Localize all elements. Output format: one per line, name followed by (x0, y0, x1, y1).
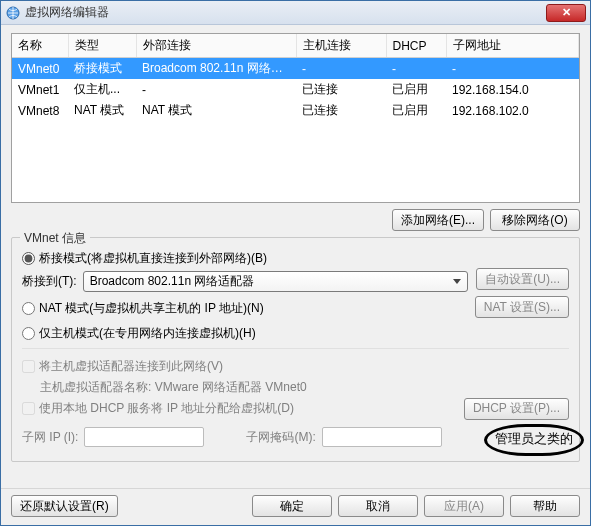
radio-hostonly[interactable]: 仅主机模式(在专用网络内连接虚拟机)(H) (22, 325, 256, 342)
bridge-to-label: 桥接到(T): (22, 273, 77, 290)
table-row[interactable]: VMnet0桥接模式Broadcom 802.11n 网络适...--- (12, 58, 579, 80)
window: 虚拟网络编辑器 ✕ 名称类型外部连接主机连接DHCP子网地址 VMnet0桥接模… (0, 0, 591, 526)
chevron-down-icon (453, 279, 461, 284)
apply-button[interactable]: 应用(A) (424, 495, 504, 517)
col-header[interactable]: 类型 (68, 34, 136, 58)
host-adapter-name: 主机虚拟适配器名称: VMware 网络适配器 VMnet0 (40, 379, 569, 396)
add-network-button[interactable]: 添加网络(E)... (392, 209, 484, 231)
radio-bridge[interactable]: 桥接模式(将虚拟机直接连接到外部网络)(B) (22, 250, 267, 267)
col-header[interactable]: DHCP (386, 34, 446, 58)
content: 名称类型外部连接主机连接DHCP子网地址 VMnet0桥接模式Broadcom … (1, 25, 590, 488)
subnet-mask-label: 子网掩码(M): (246, 429, 315, 446)
group-title: VMnet 信息 (20, 230, 90, 247)
remove-network-button[interactable]: 移除网络(O) (490, 209, 580, 231)
radio-nat[interactable]: NAT 模式(与虚拟机共享主机的 IP 地址)(N) (22, 300, 264, 317)
dhcp-settings-button[interactable]: DHCP 设置(P)... (464, 398, 569, 420)
help-button[interactable]: 帮助 (510, 495, 580, 517)
table-row[interactable]: VMnet8NAT 模式NAT 模式已连接已启用192.168.102.0 (12, 100, 579, 121)
handwritten-annotation: 管理员之类的 (484, 424, 584, 456)
check-dhcp[interactable]: 使用本地 DHCP 服务将 IP 地址分配给虚拟机(D) (22, 400, 294, 417)
close-button[interactable]: ✕ (546, 4, 586, 22)
col-header[interactable]: 子网地址 (446, 34, 579, 58)
titlebar: 虚拟网络编辑器 ✕ (1, 1, 590, 25)
col-header[interactable]: 主机连接 (296, 34, 386, 58)
col-header[interactable]: 外部连接 (136, 34, 296, 58)
col-header[interactable]: 名称 (12, 34, 68, 58)
cancel-button[interactable]: 取消 (338, 495, 418, 517)
check-host-adapter[interactable]: 将主机虚拟适配器连接到此网络(V) (22, 358, 223, 375)
footer: 还原默认设置(R) 确定 取消 应用(A) 帮助 (1, 488, 590, 525)
window-title: 虚拟网络编辑器 (25, 4, 546, 21)
subnet-ip-input[interactable] (84, 427, 204, 447)
auto-settings-button[interactable]: 自动设置(U)... (476, 268, 569, 290)
nat-settings-button[interactable]: NAT 设置(S)... (475, 296, 569, 318)
restore-defaults-button[interactable]: 还原默认设置(R) (11, 495, 118, 517)
subnet-mask-input[interactable] (322, 427, 442, 447)
network-table[interactable]: 名称类型外部连接主机连接DHCP子网地址 VMnet0桥接模式Broadcom … (11, 33, 580, 203)
bridge-adapter-combo[interactable]: Broadcom 802.11n 网络适配器 (83, 271, 469, 292)
app-icon (5, 5, 21, 21)
ok-button[interactable]: 确定 (252, 495, 332, 517)
table-buttons: 添加网络(E)... 移除网络(O) (11, 209, 580, 231)
subnet-ip-label: 子网 IP (I): (22, 429, 78, 446)
table-row[interactable]: VMnet1仅主机...-已连接已启用192.168.154.0 (12, 79, 579, 100)
